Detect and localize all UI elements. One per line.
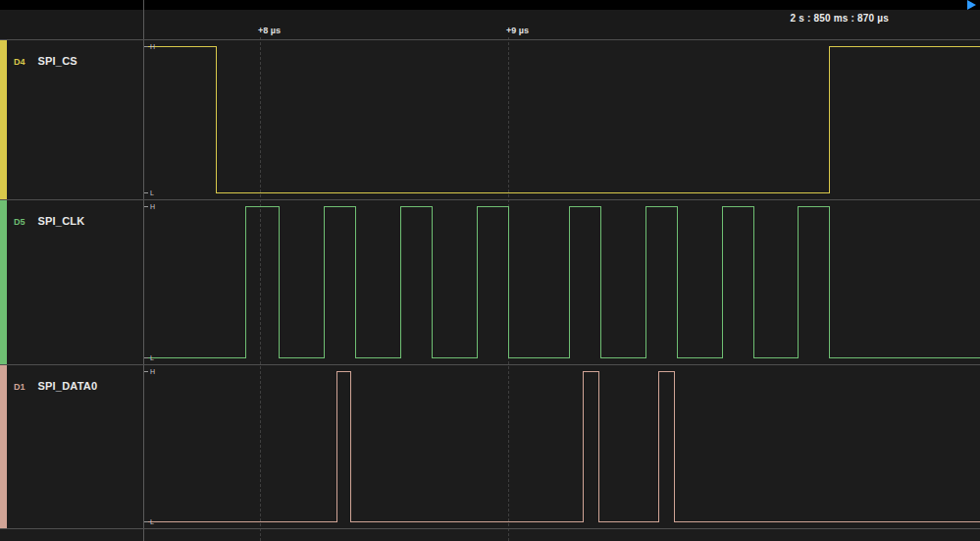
- sidebar-divider: [143, 0, 144, 541]
- channel-row-partial: H: [0, 529, 980, 541]
- low-level-label: L: [150, 189, 154, 196]
- top-toolbar: [0, 0, 980, 10]
- channel-label[interactable]: D4 SPI_CS: [14, 55, 77, 67]
- time-axis-label: +9 µs: [506, 26, 529, 35]
- channel-color-strip[interactable]: [0, 40, 7, 199]
- waveform[interactable]: HL: [144, 200, 980, 364]
- logic-analyzer-screen: D4 SPI_CS HL D5 SPI_CLK HL D1 SPI_DATA0 …: [0, 0, 980, 541]
- channel-name: SPI_CS: [38, 55, 77, 67]
- high-level-label: H: [150, 43, 155, 50]
- lane-separator: [0, 364, 980, 365]
- waveform[interactable]: HL: [144, 365, 980, 528]
- lane-separator: [0, 39, 980, 40]
- time-axis-label: +8 µs: [258, 26, 281, 35]
- channel-id: D5: [14, 217, 26, 227]
- lane-separator: [0, 199, 980, 200]
- channel-row: D1 SPI_DATA0 HL: [0, 365, 980, 528]
- channel-color-strip[interactable]: [0, 365, 7, 528]
- channel-label[interactable]: D5 SPI_CLK: [14, 215, 84, 227]
- cursor-timestamp: 2 s : 850 ms : 870 µs: [790, 13, 889, 24]
- high-level-label: H: [150, 203, 155, 210]
- channel-label[interactable]: D1 SPI_DATA0: [14, 380, 97, 392]
- low-level-label: L: [150, 518, 154, 525]
- lane-separator: [0, 528, 980, 529]
- channel-row: D4 SPI_CS HL: [0, 40, 980, 199]
- play-button[interactable]: [967, 0, 976, 10]
- channel-id: D1: [14, 382, 26, 392]
- channel-name: SPI_CLK: [38, 215, 85, 227]
- channel-color-strip[interactable]: [0, 200, 7, 364]
- channel-name: SPI_DATA0: [38, 380, 98, 392]
- channel-id: D4: [14, 57, 26, 67]
- waveform[interactable]: HL: [144, 40, 980, 199]
- low-level-label: L: [150, 354, 154, 361]
- channel-row: D5 SPI_CLK HL: [0, 200, 980, 364]
- high-level-label: H: [150, 368, 155, 375]
